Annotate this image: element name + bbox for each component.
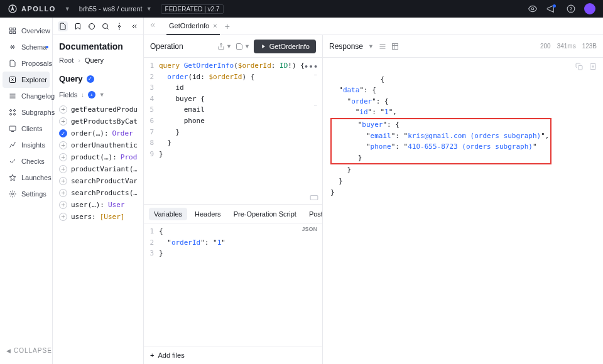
svg-point-3 [571,11,572,11]
field-product[interactable]: +product(…): Product [59,151,137,163]
svg-rect-17 [310,196,318,200]
response-size: 123B [582,43,597,50]
svg-point-11 [14,110,16,112]
nav-clients[interactable]: Clients [3,120,50,137]
variables-editor[interactable]: 123 { "orderId": "1" } [144,223,322,262]
close-icon[interactable]: × [213,22,217,29]
add-tab-icon[interactable]: + [225,21,230,31]
svg-rect-6 [10,31,13,34]
doc-icon[interactable] [58,21,68,31]
field-getfeatured[interactable]: +getFeaturedProduc… [59,104,137,115]
table-view-icon[interactable] [391,43,399,50]
nav-changelog[interactable]: Changelog [3,88,50,104]
visibility-icon[interactable] [528,4,537,13]
gear-icon[interactable] [116,23,123,30]
search-icon[interactable] [102,23,109,30]
logo[interactable]: APOLLO [8,4,56,14]
tab-preop[interactable]: Pre-Operation Script [229,208,302,220]
svg-rect-13 [9,126,16,131]
nav-settings[interactable]: Settings [3,186,50,202]
nav-explorer[interactable]: Explorer [3,72,50,88]
tab-getorderinfo[interactable]: GetOrderInfo× [166,18,220,35]
nav-checks[interactable]: Checks [3,153,50,169]
keyboard-icon[interactable] [310,193,318,204]
nav-overview[interactable]: Overview [3,23,50,39]
response-title: Response [329,42,363,51]
nav-insights[interactable]: Insights [3,137,50,153]
query-status-dot[interactable]: ✓ [87,75,94,83]
nav-subgraphs[interactable]: Subgraphs [3,104,50,120]
avatar[interactable] [584,3,595,14]
save-icon[interactable]: ▼ [236,43,250,50]
chevron-down-icon[interactable]: ▼ [99,92,105,98]
list-view-icon[interactable] [379,43,386,50]
nav-schema[interactable]: Schema [3,39,50,55]
nav-launches[interactable]: Launches [3,169,50,186]
variables-tabs: Variables Headers Pre-Operation Script P… [144,205,322,223]
add-all-icon[interactable]: + [88,91,95,99]
query-title: Query [59,74,83,83]
svg-point-1 [531,8,534,10]
fields-label: Fields [59,91,77,99]
tab-headers[interactable]: Headers [190,208,226,220]
help-icon[interactable] [567,4,575,13]
svg-point-16 [119,25,121,27]
collapse-docs-icon[interactable] [131,23,138,30]
tab-variables[interactable]: Variables [149,208,187,220]
bookmark-icon[interactable] [74,23,82,30]
collapse-icon[interactable] [149,21,156,31]
operation-editor[interactable]: 123456789 query GetOrderInfo($orderId: I… [144,58,322,204]
share-icon[interactable]: ▼ [217,43,232,50]
field-productvariant[interactable]: +productVariant(…): P [59,163,137,175]
announce-icon[interactable] [546,4,558,13]
field-searchvaria[interactable]: +searchProductVaria… [59,175,137,187]
sort-icon[interactable]: ↓ [81,92,84,98]
field-getproductsbycateg[interactable]: +getProductsByCateg… [59,115,137,127]
svg-rect-19 [579,66,583,70]
federation-badge[interactable]: FEDERATED | v2.7 [161,4,224,14]
chevron-down-icon: ▼ [146,6,152,12]
nav-proposals[interactable]: Proposals [3,55,50,72]
collapse-nav[interactable]: ◀COLLAPSE [0,342,52,359]
field-orderunauth[interactable]: +orderUnauthenticat… [59,139,137,151]
svg-rect-7 [13,31,16,34]
expand-icon[interactable] [589,63,597,74]
logo-text: APOLLO [21,5,56,13]
field-order[interactable]: ✓order(…): Order [59,127,137,139]
breadcrumb: Root › Query [59,56,137,64]
response-header: Response ▼ 200 341ms 123B [323,35,603,58]
run-button[interactable]: GetOrderInfo [254,40,316,53]
chevron-down-icon[interactable]: ▼ [368,43,374,50]
svg-rect-4 [10,28,13,31]
svg-point-14 [12,193,14,195]
operation-header: Operation ▼ ▼ GetOrderInfo [144,35,322,58]
status-code: 200 [540,43,551,50]
tab-postop[interactable]: Post-Operation Script [304,208,322,220]
docs-toolbar [53,18,143,35]
json-badge: JSON [302,226,317,232]
docs-title: Documentation [59,41,137,51]
add-files-button[interactable]: +Add files [144,346,322,364]
response-time: 341ms [557,43,576,50]
breadcrumb-current: Query [85,56,104,64]
operation-title: Operation [150,42,183,51]
side-nav: Overview Schema Proposals Explorer Chang… [0,18,53,364]
chevron-down-icon[interactable]: ▼ [65,6,70,12]
workspace-selector[interactable]: brh55 - ws8 / current ▼ [79,5,152,13]
svg-rect-5 [13,28,16,31]
svg-point-12 [10,114,12,115]
svg-rect-18 [392,43,398,49]
field-users[interactable]: +users: [User] [59,211,137,223]
svg-point-9 [10,110,12,112]
history-icon[interactable] [88,23,95,30]
field-user[interactable]: +user(…): User [59,199,137,211]
response-body[interactable]: { "data": { "order": { "id": "1", "buyer… [323,58,603,364]
docs-panel: Documentation Root › Query Query ✓ Field… [53,18,144,364]
field-searchproducts[interactable]: +searchProducts(…): [ [59,187,137,199]
svg-point-15 [103,23,108,28]
top-header: APOLLO ▼ brh55 - ws8 / current ▼ FEDERAT… [0,0,603,18]
copy-icon[interactable] [575,63,583,74]
svg-point-10 [14,114,16,115]
editor-tabs: GetOrderInfo× + [144,18,603,35]
breadcrumb-root[interactable]: Root [59,56,73,64]
